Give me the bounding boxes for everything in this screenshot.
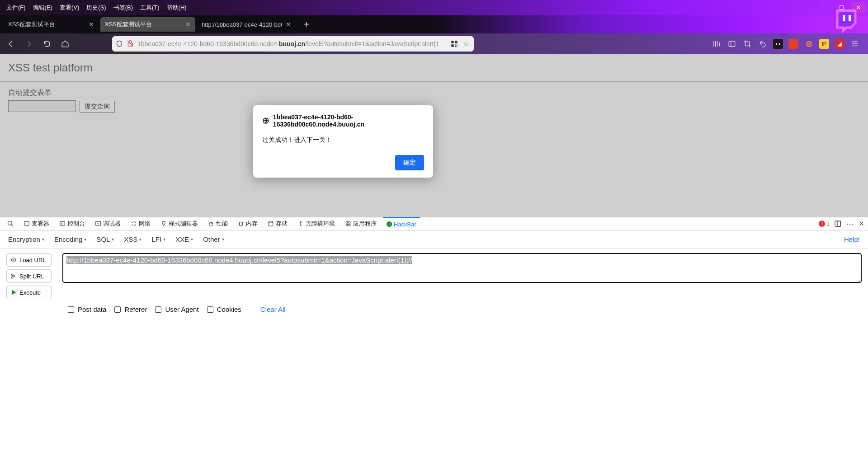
tab-label: http://1bbea037-ec4e-4120-bd6 — [202, 21, 282, 28]
form-label: 自动提交表单 — [8, 88, 860, 98]
svg-rect-31 — [838, 221, 840, 226]
devtools-tab-memory[interactable]: 内存 — [234, 220, 261, 228]
hackbar-help-link[interactable]: Help! — [844, 235, 860, 243]
svg-rect-9 — [455, 46, 456, 47]
alert-dialog: 1bbea037-ec4e-4120-bd60-16336bd00c60.nod… — [253, 105, 433, 178]
hackbar-dot-icon — [387, 221, 392, 227]
menu-view[interactable]: 查看(V) — [56, 2, 83, 14]
url-bar[interactable]: 1bbea037-ec4e-4120-bd60-16336bd00c60.nod… — [112, 36, 474, 52]
browser-tab[interactable]: http://1bbea037-ec4e-4120-bd6 ✕ — [197, 17, 296, 32]
browser-tab[interactable]: XSS配套测试平台 ✕ — [4, 17, 99, 32]
sidebar-icon[interactable] — [726, 38, 738, 50]
os-menubar: 文件(F) 编辑(E) 查看(V) 历史(S) 书签(B) 工具(T) 帮助(H… — [0, 0, 868, 15]
svg-rect-23 — [240, 222, 243, 226]
insecure-lock-icon — [127, 40, 134, 48]
bookmark-star-icon[interactable]: ☆ — [462, 40, 470, 48]
svg-rect-10 — [457, 46, 458, 47]
menu-tools[interactable]: 工具(T) — [137, 2, 163, 14]
devtools-tab-network[interactable]: 网络 — [127, 220, 154, 228]
page-content: XSS test platform 自动提交表单 提交查询 — [0, 54, 868, 119]
svg-point-22 — [209, 222, 213, 226]
tab-close-icon[interactable]: ✕ — [182, 21, 191, 28]
tab-close-icon[interactable]: ✕ — [85, 21, 94, 28]
devtools-tab-console[interactable]: 控制台 — [56, 220, 89, 228]
hackbar-opt-useragent[interactable]: User Agent — [155, 306, 198, 313]
hackbar-menu-xss[interactable]: XSS▾ — [124, 235, 142, 243]
auto-submit-input[interactable] — [8, 100, 76, 112]
hackbar-menubar: Encryption▾ Encoding▾ SQL▾ XSS▾ LFI▾ XXE… — [0, 230, 868, 249]
hackbar-menu-lfi[interactable]: LFI▾ — [151, 235, 165, 243]
devtools-more-icon[interactable]: ⋯ — [846, 219, 854, 229]
devtools-tab-inspector[interactable]: 查看器 — [20, 220, 53, 228]
back-button[interactable] — [4, 37, 18, 51]
hackbar-menu-xxe[interactable]: XXE▾ — [175, 235, 193, 243]
undo-icon[interactable] — [757, 38, 769, 50]
svg-rect-8 — [457, 44, 458, 45]
hackbar-menu-encoding[interactable]: Encoding▾ — [54, 235, 87, 243]
globe-icon — [262, 117, 269, 125]
window-minimize-button[interactable]: ─ — [816, 2, 832, 13]
devtools-tab-hackbar[interactable]: HackBar — [383, 217, 420, 230]
devtools-picker-icon[interactable] — [4, 221, 17, 227]
svg-rect-4 — [451, 41, 453, 43]
error-count-badge[interactable]: !1 — [819, 221, 830, 227]
menu-edit[interactable]: 编辑(E) — [29, 2, 56, 14]
tab-label: XSS配套测试平台 — [8, 20, 85, 28]
page-viewport: XSS test platform 自动提交表单 提交查询 — [0, 54, 868, 217]
app-menu-button[interactable] — [849, 38, 861, 50]
new-tab-button[interactable]: + — [300, 18, 313, 31]
crop-icon[interactable] — [741, 38, 753, 50]
hackbar-menu-encryption[interactable]: Encryption▾ — [8, 235, 44, 243]
reload-button[interactable] — [40, 37, 54, 51]
devtools-tab-accessibility[interactable]: 无障碍环境 — [294, 220, 339, 228]
submit-button[interactable]: 提交查询 — [80, 101, 115, 113]
menu-history[interactable]: 历史(S) — [83, 2, 109, 14]
menu-file[interactable]: 文件(F) — [3, 2, 29, 14]
browser-tab-active[interactable]: XSS配套测试平台 ✕ — [100, 17, 195, 32]
hackbar-url-input[interactable] — [62, 253, 862, 283]
hackbar-menu-other[interactable]: Other▾ — [203, 235, 224, 243]
devtools-tab-storage[interactable]: 存储 — [264, 220, 291, 228]
hackbar-clear-all-link[interactable]: Clear All — [260, 306, 286, 313]
hackbar-split-url-button[interactable]: Split URL — [6, 269, 52, 283]
menu-help[interactable]: 帮助(H) — [163, 2, 190, 14]
devtools-tab-performance[interactable]: 性能 — [204, 220, 231, 228]
page-title: XSS test platform — [0, 54, 868, 82]
devtools-tab-application[interactable]: 应用程序 — [341, 220, 380, 228]
hackbar-body: Load URL Split URL Execute — [0, 249, 868, 304]
split-icon — [10, 273, 17, 279]
extension-ip-icon[interactable]: IP — [818, 38, 830, 50]
home-button[interactable] — [58, 37, 72, 51]
svg-rect-19 — [60, 221, 65, 225]
svg-rect-11 — [729, 41, 735, 47]
extension-icon-3[interactable]: ◢ — [834, 38, 845, 50]
hackbar-options: Post data Referer User Agent Cookies Cle… — [0, 304, 868, 321]
svg-rect-6 — [451, 44, 453, 47]
dialog-message: 过关成功！进入下一关！ — [262, 136, 424, 144]
devtools-tab-style[interactable]: 样式编辑器 — [157, 220, 202, 228]
extension-noscript-icon[interactable]: ⊘ — [803, 38, 815, 50]
hackbar-opt-referer[interactable]: Referer — [114, 306, 147, 313]
dialog-ok-button[interactable]: 确定 — [395, 155, 424, 170]
menu-bookmarks[interactable]: 书签(B) — [110, 2, 137, 14]
hackbar-menu-sql[interactable]: SQL▾ — [96, 235, 114, 243]
tab-close-icon[interactable]: ✕ — [282, 21, 291, 28]
devtools-tab-debugger[interactable]: 调试器 — [91, 220, 124, 228]
svg-rect-18 — [24, 221, 29, 225]
hackbar-opt-postdata[interactable]: Post data — [68, 306, 106, 313]
extension-icon-2[interactable] — [788, 38, 799, 50]
dock-icon[interactable] — [834, 220, 841, 227]
hackbar-opt-cookies[interactable]: Cookies — [207, 306, 241, 313]
extension-icon-1[interactable]: • • — [772, 38, 784, 50]
svg-point-34 — [11, 277, 13, 278]
svg-point-21 — [97, 223, 98, 224]
svg-rect-29 — [349, 224, 350, 226]
library-icon[interactable] — [711, 38, 722, 50]
forward-button[interactable] — [22, 37, 36, 51]
hackbar-execute-button[interactable]: Execute — [6, 286, 52, 299]
qr-icon[interactable] — [450, 40, 458, 48]
tab-strip: XSS配套测试平台 ✕ XSS配套测试平台 ✕ http://1bbea037-… — [0, 15, 868, 33]
shield-icon — [116, 40, 123, 47]
hackbar-load-url-button[interactable]: Load URL — [6, 253, 52, 267]
devtools-close-icon[interactable]: ✕ — [859, 220, 864, 228]
